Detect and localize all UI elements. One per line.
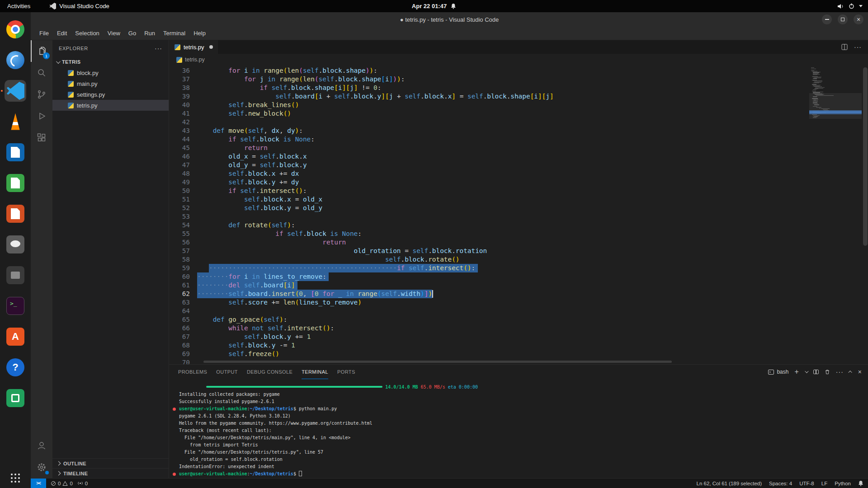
remote-indicator[interactable]: >< [31,479,46,488]
code-line-54[interactable]: 54 def rotate(self): [169,221,809,230]
calc-icon[interactable] [5,172,26,194]
help-icon[interactable] [5,357,26,378]
modified-dot-icon[interactable] [209,45,213,49]
show-applications-button[interactable] [11,474,20,483]
menu-run[interactable]: Run [140,30,159,37]
code-line-59[interactable]: 59 ·····································… [169,264,809,272]
indent-setting[interactable]: Spaces: 4 [769,481,792,486]
code-line-41[interactable]: 41 self.new_block() [169,109,809,118]
code-line-37[interactable]: 37 for j in range(len(self.block.shape[i… [169,75,809,84]
code-line-36[interactable]: 36 for i in range(len(self.block.shape))… [169,66,809,75]
gimp-icon[interactable] [5,234,26,255]
panel-tab-problems[interactable]: PROBLEMS [178,365,207,379]
clock[interactable]: Apr 22 01:47 [412,3,456,9]
files-icon[interactable] [5,264,26,286]
code-line-39[interactable]: 39 self.board[i + self.block.y][j + self… [169,92,809,101]
file-main-py[interactable]: main.py [52,78,169,89]
code-line-49[interactable]: 49 self.block.y += dy [169,178,809,187]
app-indicator[interactable]: Visual Studio Code [49,3,109,9]
explorer-tab[interactable]: 1 [31,40,52,62]
run-debug-tab[interactable] [31,105,52,127]
language-mode[interactable]: Python [835,481,851,486]
code-line-66[interactable]: 66 while not self.intersect(): [169,324,809,333]
menu-terminal[interactable]: Terminal [159,30,189,37]
tab-tetris-py[interactable]: tetris.py [169,40,219,54]
extensions-tab[interactable] [31,127,52,149]
panel-tab-ports[interactable]: PORTS [337,365,355,379]
panel-tab-terminal[interactable]: TERMINAL [302,365,328,379]
close-button[interactable]: × [854,14,863,24]
trash-icon[interactable] [825,369,830,375]
code-line-47[interactable]: 47 old_y = self.block.y [169,161,809,169]
code-line-50[interactable]: 50 if self.intersect(): [169,187,809,195]
section-outline[interactable]: OUTLINE [52,458,169,468]
search-tab[interactable] [31,62,52,84]
code-line-56[interactable]: 56 return [169,238,809,247]
code-line-64[interactable]: 64 [169,307,809,315]
maximize-button[interactable] [838,14,848,24]
project-root[interactable]: TETRIS [52,56,169,67]
menu-selection[interactable]: Selection [71,30,103,37]
menu-view[interactable]: View [104,30,124,37]
menu-help[interactable]: Help [189,30,210,37]
split-editor-icon[interactable] [841,44,848,50]
code-line-58[interactable]: 58 self.block.rotate() [169,255,809,264]
split-terminal-icon[interactable] [813,370,819,374]
system-tray[interactable] [837,3,863,9]
code-line-38[interactable]: 38 if self.block.shape[i][j] != 0: [169,84,809,92]
close-panel-icon[interactable]: × [858,368,862,375]
minimap-slider[interactable] [809,93,862,119]
maximize-panel-icon[interactable] [848,371,852,374]
writer-icon[interactable] [5,141,26,163]
code-line-65[interactable]: 65 def go_space(self): [169,315,809,324]
terminal-profile[interactable]: bash [768,369,788,375]
code-line-55[interactable]: 55 if self.block is None: [169,230,809,238]
more-actions-icon[interactable]: ··· [854,43,862,51]
breadcrumb[interactable]: tetris.py [169,54,868,66]
code-line-63[interactable]: 63 self.score += len(lines_to_remove) [169,298,809,307]
code-line-68[interactable]: 68 self.block.y -= 1 [169,341,809,350]
terminal-icon[interactable] [5,295,26,317]
menu-edit[interactable]: Edit [53,30,71,37]
section-timeline[interactable]: TIMELINE [52,468,169,478]
panel-tab-output[interactable]: OUTPUT [216,365,238,379]
eol[interactable]: LF [821,481,827,486]
cursor-position[interactable]: Ln 62, Col 61 (189 selected) [697,481,762,486]
problems-indicator[interactable]: 0 0 [51,481,73,486]
accounts-button[interactable] [31,435,52,456]
chrome-icon[interactable] [5,19,26,40]
code-line-67[interactable]: 67 self.block.y += 1 [169,333,809,341]
software-icon[interactable] [5,326,26,347]
panel-more-icon[interactable]: ··· [836,368,844,375]
code-line-61[interactable]: 61········del self.board[i] [169,281,809,290]
code-line-42[interactable]: 42 [169,118,809,127]
vertical-scrollbar[interactable] [863,67,868,246]
impress-icon[interactable] [5,203,26,225]
code-line-43[interactable]: 43 def move(self, dx, dy): [169,127,809,135]
code-line-52[interactable]: 52 self.block.y = old_y [169,204,809,212]
code-line-60[interactable]: 60········for i in lines_to_remove: [169,272,809,281]
terminal-dropdown-icon[interactable] [805,369,808,373]
menu-file[interactable]: File [35,30,53,37]
code-editor[interactable]: 36 for i in range(len(self.block.shape))… [169,66,868,364]
ports-indicator[interactable]: 0 [77,481,88,486]
source-control-tab[interactable] [31,84,52,105]
code-line-40[interactable]: 40 self.break_lines() [169,101,809,109]
minimap[interactable] [809,66,862,364]
vscode-icon[interactable] [5,80,26,102]
notifications-bell-icon[interactable] [858,480,863,486]
settings-button[interactable] [31,456,52,478]
code-line-62[interactable]: 62········self.board.insert(0, [0 for _ … [169,290,809,298]
title-bar[interactable]: ● tetris.py - tetris - Visual Studio Cod… [31,12,868,27]
file-tetris-py[interactable]: tetris.py [52,100,169,111]
new-terminal-button[interactable]: + [794,368,798,376]
activities-button[interactable]: Activities [7,3,30,9]
vlc-icon[interactable] [5,111,26,132]
code-line-45[interactable]: 45 return [169,144,809,152]
terminal[interactable]: 14.0/14.0 MB 65.0 MB/s eta 0:00:00Instal… [169,379,868,478]
code-line-48[interactable]: 48 self.block.x += dx [169,169,809,178]
explorer-more-actions[interactable]: ··· [155,45,162,52]
thunderbird-icon[interactable] [5,49,26,71]
code-line-69[interactable]: 69 self.freeze() [169,350,809,358]
horizontal-scrollbar[interactable] [203,361,672,363]
